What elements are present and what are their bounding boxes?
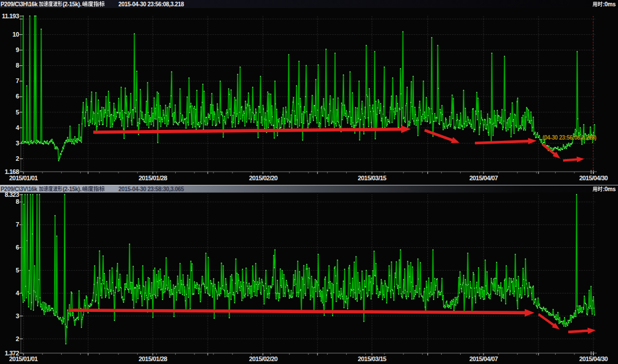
svg-text:2015/01/01: 2015/01/01 <box>9 355 38 362</box>
svg-text:2015/03/15: 2015/03/15 <box>358 175 386 181</box>
svg-text:5: 5 <box>15 267 19 274</box>
svg-text:3: 3 <box>15 140 19 147</box>
svg-text:10: 10 <box>13 31 19 38</box>
svg-text:8: 8 <box>15 198 19 205</box>
svg-text:2015/03/15: 2015/03/15 <box>358 355 386 362</box>
svg-text:2: 2 <box>15 155 19 162</box>
svg-text:P209/C\3H\16k: P209/C\3H\16k <box>1 1 38 7</box>
svg-text:5: 5 <box>15 109 19 116</box>
svg-text:2015/04/07: 2015/04/07 <box>469 175 498 181</box>
svg-text:2015/04/07: 2015/04/07 <box>469 355 498 362</box>
svg-text::0ms: :0ms <box>603 1 616 7</box>
svg-text:(2-15k).: (2-15k). <box>63 186 82 192</box>
svg-text:7: 7 <box>15 77 19 84</box>
svg-text:8.323: 8.323 <box>5 191 19 198</box>
svg-text:2015-04-30 23:56:08,3.218: 2015-04-30 23:56:08,3.218 <box>118 1 184 7</box>
svg-text:11.193: 11.193 <box>2 13 19 19</box>
svg-text:7: 7 <box>15 221 19 228</box>
svg-text:8: 8 <box>15 62 19 69</box>
svg-text:2015/01/01: 2015/01/01 <box>9 175 38 181</box>
svg-text:2015/01/28: 2015/01/28 <box>138 355 167 362</box>
svg-text:2015/02/20: 2015/02/20 <box>249 355 278 362</box>
svg-text:3: 3 <box>15 312 19 319</box>
svg-text:6: 6 <box>15 244 19 251</box>
svg-text:2015/04/30: 2015/04/30 <box>579 175 608 181</box>
svg-text:6: 6 <box>15 93 19 100</box>
svg-text::0ms: :0ms <box>603 186 616 192</box>
svg-text:1.168: 1.168 <box>5 168 19 175</box>
svg-text:(2-15k).: (2-15k). <box>63 1 82 7</box>
svg-text:9: 9 <box>15 46 19 53</box>
svg-text:2: 2 <box>15 335 19 342</box>
svg-text:2015/01/28: 2015/01/28 <box>138 175 167 181</box>
svg-text:(04-30 23:56:08,3.218): (04-30 23:56:08,3.218) <box>542 134 596 141</box>
svg-text:2015/02/20: 2015/02/20 <box>249 175 278 181</box>
svg-text:2015/04/30: 2015/04/30 <box>579 355 608 362</box>
svg-text:2015-04-30 23:58:30,3.065: 2015-04-30 23:58:30,3.065 <box>118 186 184 192</box>
